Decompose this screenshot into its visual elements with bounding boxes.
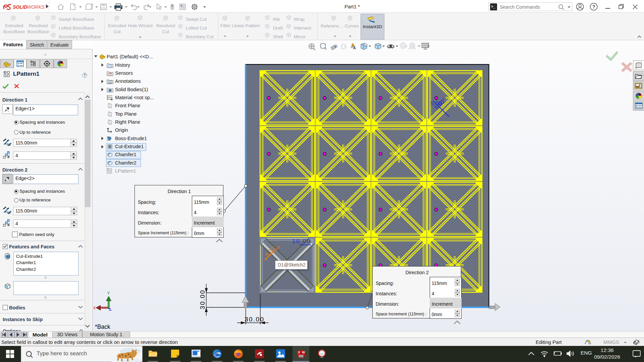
svg-text:W: W	[302, 351, 305, 354]
svg-text:Y: Y	[107, 291, 110, 296]
svg-text:A: A	[353, 46, 356, 50]
svg-text:2023: 2023	[299, 355, 304, 357]
svg-text:S: S	[298, 351, 300, 354]
svg-text:30.00: 30.00	[199, 290, 206, 309]
svg-text:X: X	[93, 306, 96, 311]
svg-text:10.00: 10.00	[292, 238, 310, 245]
svg-text:A: A	[109, 81, 111, 84]
svg-text:30.00: 30.00	[245, 316, 264, 323]
